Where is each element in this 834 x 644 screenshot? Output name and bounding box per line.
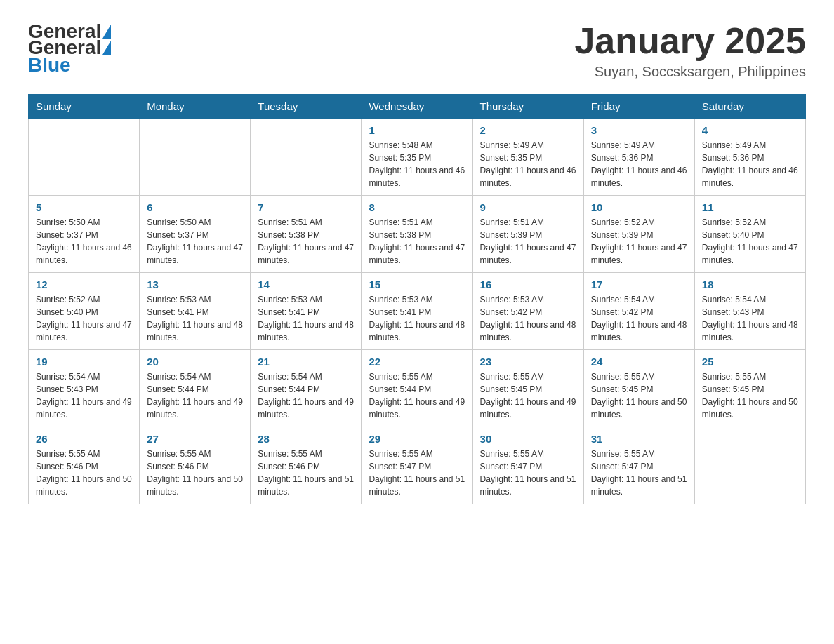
day-info: Sunrise: 5:54 AM Sunset: 5:44 PM Dayligh…	[147, 370, 243, 421]
day-info: Sunrise: 5:49 AM Sunset: 5:36 PM Dayligh…	[591, 139, 687, 189]
calendar-cell	[29, 119, 140, 196]
day-info: Sunrise: 5:54 AM Sunset: 5:44 PM Dayligh…	[258, 370, 354, 421]
day-number: 10	[591, 201, 687, 213]
day-info: Sunrise: 5:55 AM Sunset: 5:45 PM Dayligh…	[702, 370, 798, 421]
calendar-cell: 8Sunrise: 5:51 AM Sunset: 5:38 PM Daylig…	[362, 196, 472, 273]
title-block: January 2025 Suyan, Soccsksargen, Philip…	[574, 21, 806, 80]
day-number: 24	[591, 356, 687, 368]
day-info: Sunrise: 5:54 AM Sunset: 5:43 PM Dayligh…	[36, 370, 132, 421]
day-number: 8	[369, 201, 465, 213]
day-number: 9	[480, 201, 576, 213]
day-info: Sunrise: 5:52 AM Sunset: 5:39 PM Dayligh…	[591, 216, 687, 267]
calendar-cell: 1Sunrise: 5:48 AM Sunset: 5:35 PM Daylig…	[362, 119, 472, 196]
calendar-cell: 14Sunrise: 5:53 AM Sunset: 5:41 PM Dayli…	[251, 273, 362, 350]
day-number: 12	[36, 279, 132, 290]
weekday-header-friday: Friday	[583, 95, 694, 119]
day-number: 21	[258, 356, 354, 368]
calendar-week-row: 5Sunrise: 5:50 AM Sunset: 5:37 PM Daylig…	[29, 196, 806, 273]
day-number: 15	[369, 279, 465, 290]
weekday-header-thursday: Thursday	[472, 95, 583, 119]
day-info: Sunrise: 5:54 AM Sunset: 5:43 PM Dayligh…	[702, 293, 798, 344]
calendar-cell: 19Sunrise: 5:54 AM Sunset: 5:43 PM Dayli…	[29, 350, 140, 427]
day-info: Sunrise: 5:51 AM Sunset: 5:38 PM Dayligh…	[369, 216, 465, 267]
day-number: 17	[591, 279, 687, 290]
day-number: 13	[147, 279, 243, 290]
calendar-cell: 29Sunrise: 5:55 AM Sunset: 5:47 PM Dayli…	[362, 427, 472, 504]
logo-blue-text: Blue	[28, 54, 71, 76]
day-number: 11	[702, 201, 798, 213]
calendar-cell: 25Sunrise: 5:55 AM Sunset: 5:45 PM Dayli…	[694, 350, 805, 427]
calendar-table: SundayMondayTuesdayWednesdayThursdayFrid…	[28, 94, 806, 504]
day-number: 25	[702, 356, 798, 368]
calendar-header-row: SundayMondayTuesdayWednesdayThursdayFrid…	[29, 95, 806, 119]
calendar-cell: 5Sunrise: 5:50 AM Sunset: 5:37 PM Daylig…	[29, 196, 140, 273]
day-number: 31	[591, 433, 687, 445]
calendar-cell: 11Sunrise: 5:52 AM Sunset: 5:40 PM Dayli…	[694, 196, 805, 273]
calendar-cell: 10Sunrise: 5:52 AM Sunset: 5:39 PM Dayli…	[583, 196, 694, 273]
day-info: Sunrise: 5:55 AM Sunset: 5:46 PM Dayligh…	[258, 448, 354, 498]
calendar-cell: 9Sunrise: 5:51 AM Sunset: 5:39 PM Daylig…	[472, 196, 583, 273]
page-header: General General Blue January 2025 Suyan,…	[28, 21, 806, 80]
calendar-cell: 31Sunrise: 5:55 AM Sunset: 5:47 PM Dayli…	[583, 427, 694, 504]
calendar-cell: 17Sunrise: 5:54 AM Sunset: 5:42 PM Dayli…	[583, 273, 694, 350]
day-info: Sunrise: 5:55 AM Sunset: 5:44 PM Dayligh…	[369, 370, 465, 421]
day-number: 7	[258, 201, 354, 213]
day-info: Sunrise: 5:53 AM Sunset: 5:42 PM Dayligh…	[480, 293, 576, 344]
day-number: 22	[369, 356, 465, 368]
day-number: 4	[702, 124, 798, 136]
calendar-cell: 16Sunrise: 5:53 AM Sunset: 5:42 PM Dayli…	[472, 273, 583, 350]
month-title: January 2025	[574, 21, 806, 61]
day-number: 30	[480, 433, 576, 445]
weekday-header-sunday: Sunday	[29, 95, 140, 119]
day-info: Sunrise: 5:49 AM Sunset: 5:36 PM Dayligh…	[702, 139, 798, 189]
day-number: 23	[480, 356, 576, 368]
calendar-week-row: 12Sunrise: 5:52 AM Sunset: 5:40 PM Dayli…	[29, 273, 806, 350]
calendar-cell: 23Sunrise: 5:55 AM Sunset: 5:45 PM Dayli…	[472, 350, 583, 427]
day-info: Sunrise: 5:55 AM Sunset: 5:47 PM Dayligh…	[480, 448, 576, 498]
calendar-cell	[140, 119, 251, 196]
day-info: Sunrise: 5:55 AM Sunset: 5:47 PM Dayligh…	[591, 448, 687, 498]
day-info: Sunrise: 5:53 AM Sunset: 5:41 PM Dayligh…	[369, 293, 465, 344]
location-text: Suyan, Soccsksargen, Philippines	[574, 64, 806, 80]
calendar-cell: 27Sunrise: 5:55 AM Sunset: 5:46 PM Dayli…	[140, 427, 251, 504]
day-number: 20	[147, 356, 243, 368]
day-info: Sunrise: 5:50 AM Sunset: 5:37 PM Dayligh…	[36, 216, 132, 267]
day-info: Sunrise: 5:50 AM Sunset: 5:37 PM Dayligh…	[147, 216, 243, 267]
calendar-cell: 4Sunrise: 5:49 AM Sunset: 5:36 PM Daylig…	[694, 119, 805, 196]
calendar-cell: 6Sunrise: 5:50 AM Sunset: 5:37 PM Daylig…	[140, 196, 251, 273]
day-info: Sunrise: 5:51 AM Sunset: 5:38 PM Dayligh…	[258, 216, 354, 267]
weekday-header-tuesday: Tuesday	[251, 95, 362, 119]
day-number: 2	[480, 124, 576, 136]
day-number: 16	[480, 279, 576, 290]
logo-triangle-icon2	[102, 41, 111, 55]
day-number: 27	[147, 433, 243, 445]
calendar-cell: 15Sunrise: 5:53 AM Sunset: 5:41 PM Dayli…	[362, 273, 472, 350]
calendar-cell: 26Sunrise: 5:55 AM Sunset: 5:46 PM Dayli…	[29, 427, 140, 504]
day-info: Sunrise: 5:54 AM Sunset: 5:42 PM Dayligh…	[591, 293, 687, 344]
calendar-cell: 28Sunrise: 5:55 AM Sunset: 5:46 PM Dayli…	[251, 427, 362, 504]
calendar-cell: 20Sunrise: 5:54 AM Sunset: 5:44 PM Dayli…	[140, 350, 251, 427]
day-number: 29	[369, 433, 465, 445]
day-number: 3	[591, 124, 687, 136]
day-info: Sunrise: 5:55 AM Sunset: 5:47 PM Dayligh…	[369, 448, 465, 498]
day-info: Sunrise: 5:53 AM Sunset: 5:41 PM Dayligh…	[147, 293, 243, 344]
calendar-cell	[251, 119, 362, 196]
calendar-cell: 30Sunrise: 5:55 AM Sunset: 5:47 PM Dayli…	[472, 427, 583, 504]
calendar-cell: 13Sunrise: 5:53 AM Sunset: 5:41 PM Dayli…	[140, 273, 251, 350]
day-info: Sunrise: 5:53 AM Sunset: 5:41 PM Dayligh…	[258, 293, 354, 344]
day-number: 19	[36, 356, 132, 368]
calendar-cell: 24Sunrise: 5:55 AM Sunset: 5:45 PM Dayli…	[583, 350, 694, 427]
day-info: Sunrise: 5:55 AM Sunset: 5:46 PM Dayligh…	[147, 448, 243, 498]
logo: General General Blue	[28, 21, 112, 76]
weekday-header-monday: Monday	[140, 95, 251, 119]
day-number: 6	[147, 201, 243, 213]
calendar-cell: 22Sunrise: 5:55 AM Sunset: 5:44 PM Dayli…	[362, 350, 472, 427]
calendar-cell: 7Sunrise: 5:51 AM Sunset: 5:38 PM Daylig…	[251, 196, 362, 273]
calendar-cell	[694, 427, 805, 504]
weekday-header-saturday: Saturday	[694, 95, 805, 119]
calendar-week-row: 26Sunrise: 5:55 AM Sunset: 5:46 PM Dayli…	[29, 427, 806, 504]
day-info: Sunrise: 5:49 AM Sunset: 5:35 PM Dayligh…	[480, 139, 576, 189]
day-info: Sunrise: 5:55 AM Sunset: 5:45 PM Dayligh…	[480, 370, 576, 421]
day-number: 28	[258, 433, 354, 445]
day-info: Sunrise: 5:52 AM Sunset: 5:40 PM Dayligh…	[702, 216, 798, 267]
